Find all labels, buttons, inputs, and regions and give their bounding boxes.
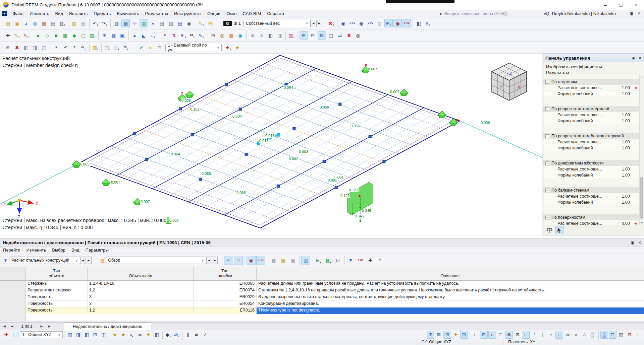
error-table-row[interactable]: Поверхность3ER0029В аддоне разрешены тол… (0, 294, 644, 301)
view-minus-x-button[interactable]: -X▾ (79, 43, 88, 52)
filter-results-button[interactable]: ✖▾ (327, 19, 335, 27)
panel-section-header[interactable]: −По диафрагмам жёсткости (543, 160, 639, 166)
menu-item-справка[interactable]: Справка (264, 10, 287, 17)
new-table-button[interactable]: ⊞ (100, 31, 109, 40)
table-add-button[interactable]: ⊞▾ (314, 256, 323, 265)
rect-snap-button[interactable]: □ (497, 331, 504, 339)
edit-red-pen-button[interactable]: ✎▾ (22, 31, 30, 40)
new-guideline-button[interactable]: ★ (111, 331, 119, 339)
mirror-object-button[interactable]: ⇄ (336, 31, 344, 40)
export-tables-button[interactable]: ▧ (167, 19, 175, 27)
view-minus-y-button[interactable]: -Y (61, 43, 69, 52)
dim-xx-button[interactable]: xx (136, 331, 144, 339)
box-cross-snap-button[interactable]: ⊠ (514, 331, 521, 339)
view-edit-button[interactable]: ◨ (31, 43, 39, 52)
next-addon-button[interactable]: ▶ (86, 257, 92, 264)
collapse-icon[interactable]: − (545, 189, 549, 192)
new-window-button[interactable]: ◧ (415, 19, 423, 27)
numbering-button[interactable]: 2/6▾ (173, 331, 180, 339)
panel-section-header[interactable]: −По репрезентантам блоков стержней (543, 133, 639, 139)
insert-node-button[interactable]: ● (34, 31, 42, 40)
dim-x-button[interactable]: x▾ (128, 331, 136, 339)
zoom-reset-button[interactable]: ✖ (13, 43, 21, 52)
circle-cross-snap-button[interactable]: ⊗ (505, 331, 513, 339)
panel-tree-row[interactable]: Расчетные соотноше...1.00◀ (543, 85, 639, 91)
last-page-button[interactable]: ▶| (46, 325, 54, 328)
collapse-icon[interactable]: − (545, 161, 549, 165)
snap-vertical-lines-button[interactable]: ∥ (184, 331, 192, 339)
point-raster-2-button[interactable]: ⊞ (443, 331, 451, 339)
menu-item-вычислить[interactable]: Вычислить (114, 10, 142, 17)
previous-page-button[interactable]: ◀ (8, 325, 16, 328)
printout-report-button[interactable]: ▤ (79, 19, 88, 27)
table-export-button[interactable]: ▦ (288, 256, 298, 265)
panel-tree-row[interactable]: Формы колебаний1.00 (543, 145, 639, 151)
edit-annotations-button[interactable]: ✎▾ (197, 19, 205, 27)
window-settings-button[interactable]: ≡▾ (424, 19, 432, 27)
error-table-row[interactable]: Стержень1,2,4-8,10-16ER0065Расчётные дли… (0, 281, 644, 287)
insert-member-button[interactable]: ■ (52, 31, 60, 40)
errors-panel-header[interactable]: Недействительно / деактивировано | Расчё… (0, 239, 644, 247)
snap-arrow-button[interactable]: ↗ (201, 331, 209, 339)
nodal-support-button[interactable]: ▲ (130, 31, 139, 40)
panel-box-button[interactable]: ◧ (153, 331, 161, 339)
magnet-snap-button[interactable]: ∪ (488, 331, 496, 339)
print-tables-button[interactable]: ▤ (158, 19, 166, 27)
rotate-cs-button[interactable]: ◨ (74, 331, 82, 339)
result-color-scale-button[interactable]: ▥▾ (287, 31, 296, 40)
scroll-up-icon[interactable]: ▲ (640, 75, 643, 78)
panel-float-button[interactable]: ▣ (632, 56, 635, 60)
panel-minimize-button[interactable]: – (621, 11, 628, 16)
values-l-eye-button[interactable]: ◉ (357, 19, 366, 27)
filter-table-button[interactable]: ▼ (346, 256, 355, 265)
previous-view-button[interactable]: ◀ (206, 257, 212, 264)
panel-section-header[interactable]: −По балкам-стенкам (543, 187, 639, 193)
nodal-load-button[interactable]: F (161, 31, 169, 40)
table-settings-button[interactable]: ⊡ (333, 256, 342, 265)
panel-section-header[interactable]: −По стержням (543, 79, 639, 85)
grid-toggle-1-button[interactable]: ⊞ (300, 31, 308, 40)
box-cs-button[interactable]: ⊞ (91, 331, 99, 339)
menu-item-вид[interactable]: Вид (68, 247, 83, 253)
guide-raster-button[interactable]: ⊞ (460, 331, 468, 339)
export-view-button[interactable]: ◫ (327, 31, 335, 40)
select-values-button[interactable] (555, 226, 564, 234)
table-view-select[interactable]: Обзор ∨ (106, 257, 206, 264)
panel-tree-row[interactable]: Формы колебаний1.00 (543, 199, 639, 205)
close-button[interactable]: × (629, 0, 644, 10)
workplane-microscope-button[interactable]: ▨▾ (91, 43, 100, 52)
tab-errors[interactable]: Недействительно / деактивировано (64, 323, 151, 330)
new-printout-report-button[interactable]: ▨ (70, 19, 78, 27)
result-eye-button[interactable]: ◉ (247, 256, 256, 265)
menu-item-инструменты[interactable]: Инструменты (171, 10, 204, 17)
panel-toggle-button[interactable]: ▥ (140, 19, 148, 27)
surface-grid-button[interactable]: ▩ (227, 31, 235, 40)
menu-item-cad-bim[interactable]: CAD-BIM (239, 10, 264, 17)
lock-layer-button[interactable]: ⊡ (155, 43, 164, 52)
compare-results-button[interactable] (545, 226, 553, 234)
bounds-snap-button[interactable]: ⊠ (626, 331, 633, 339)
menu-item-параметры[interactable]: Параметры (83, 247, 112, 253)
view-x-button[interactable]: X (52, 43, 60, 52)
menu-item-окно[interactable]: Окно (223, 10, 239, 17)
panel-tree-row[interactable]: Расчетные соотноше...1.00 (543, 193, 639, 199)
import-model-button[interactable]: ▦ (40, 19, 48, 27)
star-new-button[interactable]: ★ (233, 43, 241, 52)
keyword-search-input[interactable]: ▶ Введите ключевое слово (Alt+Q) (440, 11, 517, 16)
view-copy-button[interactable]: ◫ (40, 43, 48, 52)
edit-line-button[interactable]: ✎▾ (13, 31, 21, 40)
menu-item-вставить[interactable]: Вставить (66, 10, 91, 17)
clipping-plane-button[interactable]: ◇▾ (112, 43, 121, 52)
search-icon[interactable]: ≡Q (544, 11, 549, 16)
tables-button[interactable]: ▦ (121, 19, 130, 27)
collapse-icon[interactable]: − (545, 134, 549, 138)
panel-float-button[interactable]: ▣ (631, 240, 634, 245)
undo-button[interactable]: ↶▾ (91, 19, 100, 27)
open-from-cloud-button[interactable]: ◍ (31, 19, 39, 27)
redo-button[interactable]: ↷▾ (100, 19, 109, 27)
panel-tree-row[interactable]: Формы колебаний1.00 (543, 172, 639, 178)
stack-up-button[interactable]: ≡ (248, 31, 257, 40)
model-viewport[interactable]: +Z -Y -X X Y Z 0.0640.0070.0070.0660.066… (0, 54, 644, 238)
insert-opening-button[interactable]: ▢ (79, 31, 88, 40)
member-hinge-button[interactable]: ○▾ (149, 31, 157, 40)
